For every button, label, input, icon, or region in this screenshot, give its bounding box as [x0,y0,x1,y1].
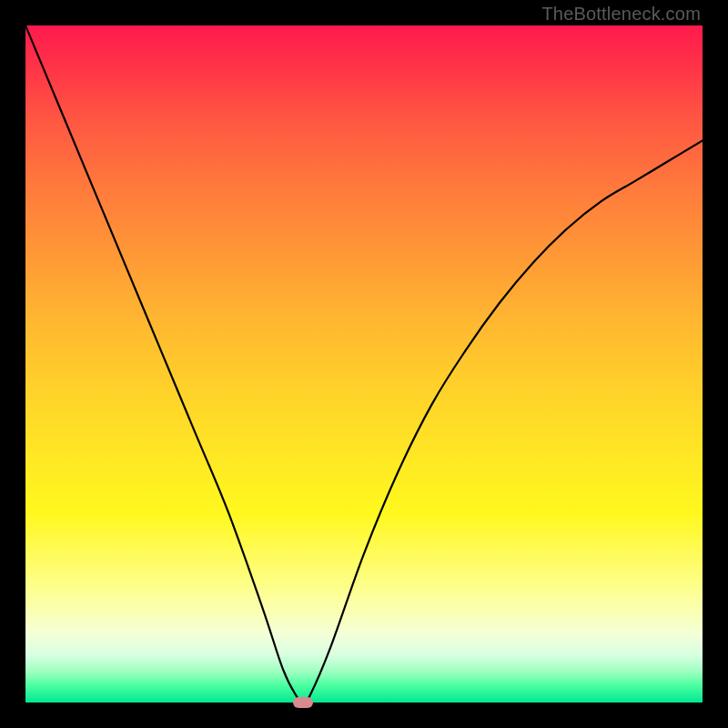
watermark-text: TheBottleneck.com [541,4,701,25]
plot-area [25,25,703,703]
optimal-marker [293,697,313,708]
bottleneck-curve [25,25,703,703]
chart-frame: TheBottleneck.com [0,0,728,728]
curve-path [25,25,703,703]
